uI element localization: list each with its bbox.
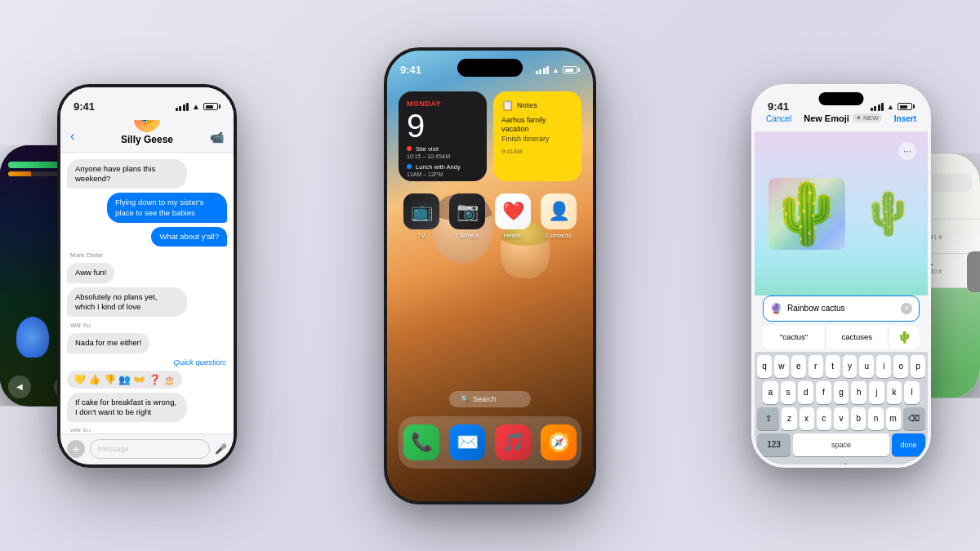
app-mail[interactable]: ✉️ (449, 424, 485, 460)
emoji-cactus-rainbow: 🌵 (768, 179, 845, 247)
key-f[interactable]: f (816, 381, 831, 404)
event-dot (407, 164, 412, 169)
signal-icon (176, 103, 189, 111)
message-input-field[interactable]: iMessage (90, 439, 210, 459)
message-bubble: If cake for breakfast is wrong, I don't … (67, 393, 187, 423)
key-e[interactable]: e (791, 355, 806, 378)
dynamic-island (457, 59, 523, 77)
app-camera[interactable]: 📷 Camera (449, 193, 485, 239)
contact-name: Silly Geese (121, 134, 173, 145)
homescreen-search[interactable]: 🔍 Search (449, 391, 531, 407)
calendar-widget[interactable]: MONDAY 9 Site visit 10:15 – 10:45AM Lunc… (399, 91, 487, 181)
message-sender-label: Will Xu (70, 322, 227, 329)
key-done[interactable]: done (892, 433, 925, 456)
calendar-widget-month: MONDAY (407, 100, 479, 108)
key-w[interactable]: w (774, 355, 789, 378)
key-i[interactable]: i (876, 355, 891, 378)
video-call-button[interactable]: 📹 (210, 131, 224, 144)
app-phone[interactable]: 📞 (403, 424, 439, 460)
key-r[interactable]: r (808, 355, 823, 378)
key-s[interactable]: s (781, 381, 796, 404)
drag-handle[interactable] (967, 251, 980, 292)
message-sender-label: Mark Disler (70, 251, 227, 259)
message-bubble: Anyone have plans this weekend? (67, 159, 187, 189)
key-t[interactable]: t (826, 355, 840, 378)
homescreen-screen: 9:41 ▲ (387, 51, 593, 501)
microphone-icon[interactable]: 🎤 (215, 443, 227, 455)
key-z[interactable]: z (782, 407, 796, 430)
microphone-icon[interactable]: 🎤 (835, 463, 849, 464)
key-o[interactable]: o (893, 355, 908, 378)
app-contacts[interactable]: 👤 Contacts (541, 193, 577, 239)
notes-icon: 📋 (501, 100, 514, 111)
app-music[interactable]: 🎵 (495, 424, 531, 460)
emoji-status-time: 9:41 (768, 100, 789, 113)
key-b[interactable]: b (851, 407, 866, 430)
key-delete[interactable]: ⌫ (903, 407, 925, 430)
key-k[interactable]: k (887, 381, 902, 404)
keyboard-row-2: a s d f g h j k l (755, 378, 928, 404)
autocomplete-suggestions: "cactus" cactuses 🌵 (763, 326, 920, 349)
phone-messages: 9:41 ▲ ‹ (57, 84, 237, 468)
notes-widget[interactable]: 📋 Notes Aarhus family vacation Finish it… (493, 91, 581, 181)
calendar-widget-day: 9 (407, 109, 479, 142)
message-bubble: What about y'all? (151, 227, 227, 247)
emoji-search-text: Rainbow cactus (787, 304, 896, 313)
message-input-bar: + iMessage 🎤 (60, 433, 234, 464)
calendar-event-2: Lunch with Andy 11AM – 12PM (407, 163, 479, 178)
key-q[interactable]: q (757, 355, 772, 378)
messages-status-time: 9:41 (74, 100, 95, 113)
message-sender-label: Will Xu (70, 427, 227, 431)
key-m[interactable]: m (886, 407, 901, 430)
keyboard-row-1: q w e r t y u i o p (755, 352, 928, 378)
autocomplete-cactus-emoji[interactable]: 🌵 (889, 326, 920, 349)
search-icon: 🔍 (461, 395, 470, 403)
app-compass[interactable]: 🧭 (541, 424, 577, 460)
message-add-button[interactable]: + (67, 440, 85, 458)
app-tv[interactable]: 📺 TV (403, 193, 439, 239)
messages-status-bar: 9:41 ▲ (60, 87, 234, 120)
key-n[interactable]: n (868, 407, 883, 430)
key-c[interactable]: c (817, 407, 831, 430)
emoji-screen: 9:41 ▲ Cancel (755, 87, 928, 464)
key-u[interactable]: u (859, 355, 874, 378)
key-space[interactable]: space (793, 433, 889, 456)
key-x[interactable]: x (800, 407, 814, 430)
emoji-search-field[interactable]: 🔮 Rainbow cactus ✕ (763, 295, 920, 322)
messages-back-button[interactable]: ‹ (70, 129, 74, 144)
key-a[interactable]: a (763, 381, 778, 404)
key-l[interactable]: l (904, 381, 920, 404)
notes-widget-header: 📋 Notes (501, 100, 573, 111)
key-shift[interactable]: ⇧ (757, 407, 779, 430)
key-h[interactable]: h (851, 381, 866, 404)
rainbow-cactus-emoji: 🌵 (768, 178, 845, 250)
notes-note-title: Aarhus family vacation (501, 116, 573, 135)
messages-screen: 9:41 ▲ ‹ (60, 87, 234, 464)
notes-widget-content: Aarhus family vacation Finish itinerary (501, 116, 573, 144)
contacts-icon: 👤 (541, 193, 577, 229)
message-emoji-reactions: 💛 👍 👎 👥 👐 ❓ 🎂 (67, 371, 182, 389)
emoji-status-icons: ▲ (871, 103, 915, 111)
health-icon: ❤️ (495, 193, 531, 229)
key-numbers[interactable]: 123 (757, 433, 791, 456)
more-options-button[interactable]: ··· (898, 142, 916, 160)
key-g[interactable]: g (834, 381, 849, 404)
app-tv-label: TV (417, 232, 425, 239)
game-btn-left[interactable]: ◀ (8, 375, 31, 398)
key-v[interactable]: v (834, 407, 849, 430)
phone-homescreen: 9:41 ▲ (384, 47, 596, 504)
key-y[interactable]: y (843, 355, 858, 378)
homescreen-status-time: 9:41 (400, 64, 421, 76)
autocomplete-cactuses[interactable]: cactuses (826, 326, 889, 349)
keyboard-mic-area: 🎤 (755, 460, 928, 464)
key-j[interactable]: j (869, 381, 884, 404)
wifi-icon: ▲ (552, 66, 559, 74)
key-d[interactable]: d (798, 381, 813, 404)
key-p[interactable]: p (911, 355, 925, 378)
message-bubble: Aww fun! (67, 263, 114, 282)
messages-body[interactable]: Anyone have plans this weekend? Flying d… (60, 153, 234, 432)
app-health[interactable]: ❤️ Health (495, 193, 531, 239)
autocomplete-cactus-quoted[interactable]: "cactus" (763, 326, 826, 349)
search-clear-button[interactable]: ✕ (901, 303, 912, 314)
app-contacts-label: Contacts (546, 232, 572, 239)
